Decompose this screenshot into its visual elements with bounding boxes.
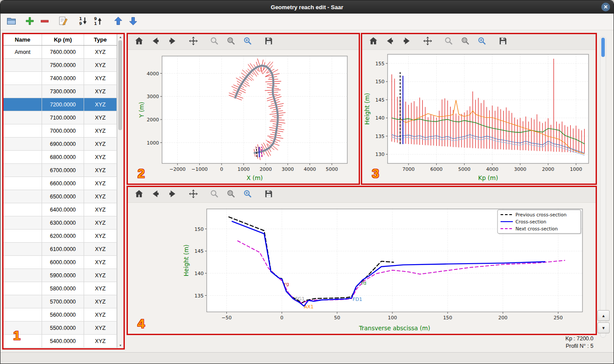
forward-icon <box>402 36 412 48</box>
svg-text:5000: 5000 <box>458 166 470 172</box>
table-cell-kp: 6000.0000 <box>42 256 84 269</box>
zoom-rect-button[interactable] <box>476 36 487 48</box>
sort-ascending-button[interactable]: 19 <box>77 15 90 28</box>
pan-button[interactable] <box>422 36 433 48</box>
table-row[interactable]: 6900.0000XYZ <box>4 138 117 151</box>
subplots-button[interactable] <box>225 36 236 48</box>
close-icon: ✕ <box>603 4 608 10</box>
cross-section-chart[interactable]: −50050100150200250135140145150Transverse… <box>128 203 596 334</box>
table-row[interactable]: 7400.0000XYZ <box>4 72 117 85</box>
table-cell-name <box>4 72 42 85</box>
table-row[interactable]: 6300.0000XYZ <box>4 216 117 230</box>
table-row[interactable]: 7100.0000XYZ <box>4 111 117 124</box>
table-row[interactable]: 6400.0000XYZ <box>4 203 117 216</box>
sort-descending-button[interactable]: 91 <box>92 15 105 28</box>
subplots-button[interactable] <box>459 36 471 48</box>
edit-profile-button[interactable] <box>56 15 70 28</box>
profile-up-button[interactable]: ▲ <box>597 310 610 321</box>
move-down-button[interactable] <box>127 15 140 28</box>
table-row[interactable]: 7500.0000XYZ <box>4 59 117 72</box>
profile-down-button[interactable]: ▼ <box>597 322 610 333</box>
back-button[interactable] <box>384 36 395 48</box>
table-row[interactable]: 7000.0000XYZ <box>4 124 117 138</box>
zoom-button[interactable] <box>443 36 454 48</box>
move-up-button[interactable] <box>112 15 125 28</box>
table-cell-name <box>4 111 42 124</box>
table-row[interactable]: 6500.0000XYZ <box>4 190 117 203</box>
table-row[interactable]: 6100.0000XYZ <box>4 243 117 256</box>
table-row[interactable]: 5600.0000XYZ <box>4 308 117 322</box>
table-cell-type: XYZ <box>84 203 117 216</box>
zoom-button[interactable] <box>208 36 220 48</box>
back-button[interactable] <box>150 36 161 48</box>
back-button[interactable] <box>150 189 161 201</box>
table-row[interactable]: 6700.0000XYZ <box>4 164 117 177</box>
subplots-icon <box>226 36 236 48</box>
table-row[interactable]: 6600.0000XYZ <box>4 177 117 190</box>
table-cell-type: XYZ <box>84 322 117 334</box>
svg-text:0: 0 <box>280 315 283 321</box>
profiles-table-panel: Name Kp (m) Type Amont7600.0000XYZ7500.0… <box>2 33 125 350</box>
sort-descending-icon: 91 <box>93 16 103 28</box>
sort-ascending-icon: 19 <box>78 16 88 28</box>
add-profile-button[interactable] <box>23 15 36 28</box>
table-cell-name <box>4 177 42 190</box>
table-row[interactable]: 7200.0000XYZ <box>4 98 117 111</box>
pan-button[interactable] <box>187 36 199 48</box>
column-header-type[interactable]: Type <box>84 34 117 45</box>
forward-button[interactable] <box>401 36 412 48</box>
column-header-name[interactable]: Name <box>4 34 42 45</box>
table-cell-kp: 7500.0000 <box>42 59 84 71</box>
svg-text:150: 150 <box>194 226 204 232</box>
subplots-button[interactable] <box>225 189 236 201</box>
home-button[interactable] <box>133 36 145 48</box>
pan-button[interactable] <box>187 189 199 201</box>
table-row[interactable]: 6200.0000XYZ <box>4 230 117 243</box>
table-row[interactable]: 6000.0000XYZ <box>4 256 117 269</box>
table-row[interactable]: Amont7600.0000XYZ <box>4 46 117 59</box>
pan-icon <box>188 189 198 201</box>
right-scrollbar-thumb[interactable] <box>601 38 605 57</box>
table-scrollbar-thumb[interactable] <box>118 40 122 130</box>
save-button[interactable] <box>497 36 508 48</box>
home-button[interactable] <box>133 189 145 201</box>
column-header-kp[interactable]: Kp (m) <box>42 34 84 45</box>
zoom-rect-button[interactable] <box>242 189 253 201</box>
table-row[interactable]: 6800.0000XYZ <box>4 151 117 164</box>
svg-text:Kp (m): Kp (m) <box>478 174 498 181</box>
table-cell-name <box>4 124 42 137</box>
table-cell-name <box>4 322 42 334</box>
arrow-down-icon <box>128 16 138 28</box>
save-button[interactable] <box>263 36 274 48</box>
table-cell-name <box>4 85 42 98</box>
scroll-down-icon[interactable]: ▼ <box>117 343 124 348</box>
svg-text:1000: 1000 <box>237 166 250 172</box>
right-scrollbar[interactable] <box>600 36 606 338</box>
svg-text:AX1: AX1 <box>304 304 314 310</box>
open-button[interactable] <box>5 15 18 28</box>
plan-view-chart[interactable]: −2000−1000010002000300040005000100020003… <box>128 50 359 184</box>
forward-button[interactable] <box>166 36 178 48</box>
svg-text:9: 9 <box>94 16 97 21</box>
scroll-up-icon[interactable]: ▲ <box>117 34 124 40</box>
kp-value-label: Kp : 7200.0 <box>565 335 593 343</box>
title-bar[interactable]: Geometry reach edit - Saar ✕ <box>0 0 614 14</box>
svg-text:5000: 5000 <box>326 166 338 172</box>
close-button[interactable]: ✕ <box>601 3 610 11</box>
home-button[interactable] <box>367 36 379 48</box>
longitudinal-profile-chart[interactable]: 7000600050004000300020001000130135140145… <box>362 50 596 184</box>
table-scrollbar[interactable]: ▲ ▼ <box>117 34 124 348</box>
table-cell-type: XYZ <box>84 190 117 203</box>
remove-profile-button[interactable] <box>38 15 51 28</box>
forward-button[interactable] <box>166 189 178 201</box>
table-row[interactable]: 7300.0000XYZ <box>4 85 117 98</box>
svg-text:−50: −50 <box>222 315 232 321</box>
save-button[interactable] <box>263 189 274 201</box>
svg-text:6000: 6000 <box>431 166 443 172</box>
zoom-button[interactable] <box>208 189 220 201</box>
table-row[interactable]: 5900.0000XYZ <box>4 269 117 282</box>
table-row[interactable]: 5700.0000XYZ <box>4 295 117 308</box>
table-row[interactable]: 5800.0000XYZ <box>4 282 117 295</box>
zoom-rect-button[interactable] <box>242 36 253 48</box>
content-area: Name Kp (m) Type Amont7600.0000XYZ7500.0… <box>0 30 614 352</box>
